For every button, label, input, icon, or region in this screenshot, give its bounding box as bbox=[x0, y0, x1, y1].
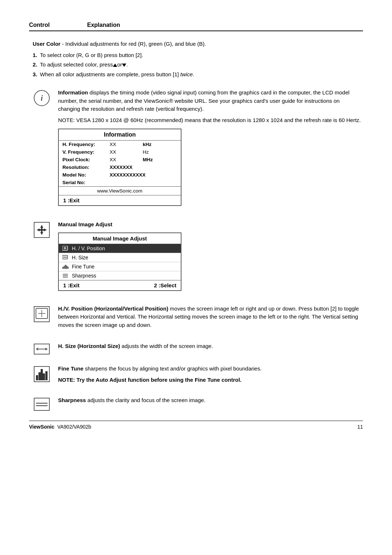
information-note: NOTE: VESA 1280 x 1024 @ 60Hz (recommend… bbox=[58, 116, 363, 125]
mia-sharpness-label: Sharpness bbox=[72, 273, 96, 279]
header-explanation: Explanation bbox=[87, 22, 120, 28]
table-row: Serial No: bbox=[59, 179, 181, 186]
hsize-section: H. Size (Horizontal Size) adjusts the wi… bbox=[29, 342, 363, 355]
mia-item-finetune[interactable]: Fine Tune bbox=[59, 262, 181, 271]
svg-marker-12 bbox=[66, 256, 67, 258]
hsize-desc: adjusts the width of the screen image. bbox=[120, 343, 213, 349]
hv-position-section: H./V. Position (Horizontal/Vertical Posi… bbox=[29, 305, 363, 332]
hv-bold: H./V. Position (Horizontal/Vertical Posi… bbox=[58, 305, 168, 312]
sharpness-desc: adjusts the clarity and focus of the scr… bbox=[86, 397, 205, 403]
table-row: Resolution: XXXXXXX bbox=[59, 163, 181, 171]
arrow-down-icon bbox=[122, 64, 126, 67]
info-icon-col: i bbox=[29, 89, 54, 106]
hsize-bold: H. Size (Horizontal Size) bbox=[58, 343, 120, 349]
step-3: 3. When all color adjustments are comple… bbox=[33, 70, 363, 79]
v-freq-unit: Hz bbox=[139, 148, 181, 156]
mia-item-hsize[interactable]: H. Size bbox=[59, 253, 181, 262]
hsize-main-icon bbox=[34, 344, 50, 355]
footer-model: VA902/VA902b bbox=[57, 424, 91, 430]
footer-brand: ViewSonic bbox=[29, 424, 54, 430]
user-color-section: User Color - Individual adjustments for … bbox=[29, 40, 363, 78]
serial-value bbox=[106, 179, 181, 186]
finetune-desc: sharpens the focus by aligning text and/… bbox=[83, 365, 262, 372]
svg-rect-14 bbox=[64, 266, 65, 269]
finetune-text: Fine Tune sharpens the focus by aligning… bbox=[58, 365, 363, 373]
sharpness-section: Sharpness adjusts the clarity and focus … bbox=[29, 396, 363, 411]
svg-marker-2 bbox=[37, 228, 40, 231]
sharpness-content: Sharpness adjusts the clarity and focus … bbox=[54, 396, 363, 408]
svg-marker-25 bbox=[36, 348, 38, 351]
svg-rect-15 bbox=[65, 265, 66, 269]
table-row: V. Frequency: XX Hz bbox=[59, 148, 181, 156]
info-table: H. Frequency: XX kHz V. Frequency: XX Hz… bbox=[59, 141, 181, 186]
footer-page: 11 bbox=[357, 424, 363, 430]
svg-marker-11 bbox=[63, 256, 64, 258]
hsize-content: H. Size (Horizontal Size) adjusts the wi… bbox=[54, 342, 363, 353]
info-icon: i bbox=[34, 90, 50, 106]
sharpness-icon bbox=[62, 273, 69, 278]
sharpness-icon-col bbox=[29, 396, 54, 411]
page: Control Explanation User Color - Individ… bbox=[0, 0, 392, 443]
mia-finetune-label: Fine Tune bbox=[72, 264, 94, 270]
finetune-bold: Fine Tune bbox=[58, 365, 83, 372]
svg-marker-0 bbox=[40, 225, 43, 228]
info-box-title: Information bbox=[59, 129, 181, 141]
mia-hv-label: H. / V. Position bbox=[72, 246, 105, 251]
h-freq-value: XX bbox=[106, 141, 139, 148]
mia-box: Manual Image Adjust H. / V. Position bbox=[58, 232, 181, 291]
mia-select-label: 2 :Select bbox=[154, 282, 176, 288]
information-content: Information displays the timing mode (vi… bbox=[54, 89, 363, 210]
sharpness-bold: Sharpness bbox=[58, 397, 86, 403]
finetune-icon bbox=[62, 264, 69, 269]
sharpness-text: Sharpness adjusts the clarity and focus … bbox=[58, 396, 363, 405]
resolution-label: Resolution: bbox=[59, 163, 106, 171]
serial-label: Serial No: bbox=[59, 179, 106, 186]
hsize-text: H. Size (Horizontal Size) adjusts the wi… bbox=[58, 342, 363, 351]
finetune-content: Fine Tune sharpens the focus by aligning… bbox=[54, 365, 363, 386]
model-label: Model No: bbox=[59, 171, 106, 179]
step-1: 1. To select color (R, G or B) press but… bbox=[33, 51, 363, 60]
user-color-steps: 1. To select color (R, G or B) press but… bbox=[33, 51, 363, 79]
bar4 bbox=[43, 373, 45, 380]
mia-exit-label: 1 :Exit bbox=[63, 282, 79, 288]
info-box-url: www.ViewSonic.com bbox=[59, 186, 181, 195]
mia-label: Manual Image Adjust bbox=[58, 220, 363, 229]
svg-rect-13 bbox=[62, 267, 64, 269]
mia-content: Manual Image Adjust Manual Image Adjust … bbox=[54, 220, 363, 295]
mia-icon-col bbox=[29, 220, 54, 238]
svg-marker-1 bbox=[40, 232, 43, 235]
bar1 bbox=[36, 375, 38, 380]
bar2 bbox=[38, 372, 41, 380]
mia-item-hv[interactable]: H. / V. Position bbox=[59, 244, 181, 253]
info-box: Information H. Frequency: XX kHz V. Freq… bbox=[58, 129, 181, 206]
page-footer: ViewSonic VA902/VA902b 11 bbox=[29, 421, 363, 430]
header-row: Control Explanation bbox=[29, 22, 363, 31]
information-text: displays the timing mode (video signal i… bbox=[58, 89, 350, 112]
information-section: i Information displays the timing mode (… bbox=[29, 89, 363, 210]
move-icon bbox=[34, 222, 50, 238]
information-description: Information displays the timing mode (vi… bbox=[58, 89, 363, 113]
mia-box-title: Manual Image Adjust bbox=[59, 233, 181, 244]
bar3 bbox=[41, 369, 43, 380]
hsize-icon-col bbox=[29, 342, 54, 355]
sharpness-main-icon bbox=[34, 398, 50, 411]
svg-marker-26 bbox=[45, 348, 48, 351]
hv-position-icon bbox=[62, 246, 69, 251]
hv-icon-col bbox=[29, 305, 54, 322]
user-color-suffix: - Individual adjustments for red (R), gr… bbox=[62, 41, 206, 47]
pixel-clock-value: XX bbox=[106, 156, 139, 163]
arrow-up-icon bbox=[113, 64, 117, 67]
mia-footer: 1 :Exit 2 :Select bbox=[59, 280, 181, 290]
mia-item-sharpness[interactable]: Sharpness bbox=[59, 271, 181, 280]
h-freq-label: H. Frequency: bbox=[59, 141, 106, 148]
svg-rect-16 bbox=[66, 266, 68, 269]
v-freq-label: V. Frequency: bbox=[59, 148, 106, 156]
finetune-note: NOTE: Try the Auto Adjust function befor… bbox=[58, 376, 363, 384]
hv-text: H./V. Position (Horizontal/Vertical Posi… bbox=[58, 305, 363, 329]
v-freq-value: XX bbox=[106, 148, 139, 156]
user-color-title: User Color - Individual adjustments for … bbox=[33, 40, 363, 48]
table-row: Model No: XXXXXXXXXXX bbox=[59, 171, 181, 179]
move-arrow-svg bbox=[36, 224, 48, 236]
hv-content: H./V. Position (Horizontal/Vertical Posi… bbox=[54, 305, 363, 332]
finetune-icon-col bbox=[29, 365, 54, 382]
